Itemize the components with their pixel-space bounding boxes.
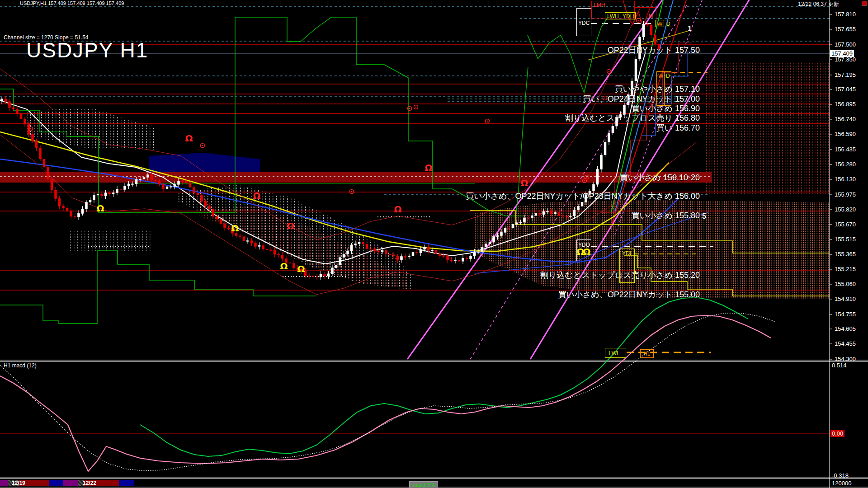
- pivot-box: LWHYDH: [605, 12, 636, 19]
- trendline-label: 1: [688, 25, 692, 33]
- ring-marker-dot-icon: [609, 71, 610, 72]
- omega-buy-marker-icon: Ω: [231, 223, 239, 234]
- omega-sell-marker-icon: Ω: [520, 178, 528, 188]
- title-bar: USDJPY,H1 157.409 157.409 157.409 157.40…: [0, 0, 868, 6]
- price-axis-label: 154.910: [835, 296, 856, 302]
- pivot-box-divider: [664, 72, 665, 105]
- price-axis-label: 157.810: [835, 11, 856, 18]
- price-axis-label: 154.455: [835, 340, 856, 347]
- price-annotation: 買い小さめ、OP22日NYカット/OP23日NYカット大きめ 156.00: [466, 191, 700, 202]
- pivot-box-label: YDO: [578, 242, 590, 248]
- pivot-box-label: YDH: [623, 14, 634, 19]
- price-axis-label: 157.655: [835, 26, 856, 33]
- indicator-label: H1 macd (12): [4, 362, 37, 369]
- ring-marker-dot-icon: [202, 145, 203, 146]
- pivot-box-divider: [664, 20, 664, 27]
- pivot-box-divider: [621, 13, 621, 19]
- ichimoku-cloud: [704, 63, 830, 194]
- pivot-box-label: D: [666, 21, 670, 27]
- omega-buy-marker-icon: Ω: [297, 263, 305, 274]
- pivot-box: LWL: [605, 348, 626, 358]
- price-axis-label: 156.740: [835, 116, 856, 122]
- pivot-box: M: [635, 7, 656, 26]
- omega-sell-marker-icon: Ω: [185, 133, 193, 144]
- price-axis-label: 156.435: [835, 146, 856, 153]
- price-annotation: 割り込むとストップロス売り 156.80: [565, 113, 700, 123]
- price-annotation: 買い小さめ、OP22日NYカット 155.00: [558, 289, 700, 300]
- pivot-box: WD: [655, 20, 672, 27]
- current-price-badge: 157.409: [830, 50, 854, 57]
- price-axis-label: 156.590: [835, 131, 856, 137]
- ring-marker-dot-icon: [584, 180, 585, 182]
- price-axis-label: 155.670: [835, 221, 856, 228]
- omega-sell-marker-icon: Ω: [425, 162, 432, 173]
- price-axis-label: 155.975: [835, 191, 856, 198]
- omega-buy-marker-icon: Ω: [280, 261, 288, 272]
- price-annotation: OP22日NYカット 157.50: [608, 45, 700, 56]
- price-axis-label: 155.215: [835, 266, 856, 272]
- volume-axis-label: 120000: [832, 480, 851, 487]
- pivot-box: WD: [656, 71, 671, 106]
- update-timestamp: 12/22 06:37 更新: [798, 0, 839, 8]
- pivot-box-label: W: [657, 21, 662, 27]
- price-annotation: 買い小さめ 156.10-20: [620, 172, 700, 183]
- omega-buy-marker-icon: Ω: [96, 203, 104, 214]
- macd-line-line: [140, 297, 748, 456]
- ring-marker-dot-icon: [415, 107, 417, 108]
- green-zigzag-line: [528, 17, 608, 93]
- macd-signal-pink-line: [0, 315, 771, 471]
- macd-axis-bottom: -0.318: [832, 472, 849, 479]
- date-bar-segment: [119, 480, 134, 486]
- pivot-box: YDO: [576, 239, 591, 261]
- price-axis-label: 154.605: [835, 325, 856, 332]
- ichimoku-cloud: [68, 230, 151, 252]
- ring-marker-dot-icon: [409, 108, 410, 109]
- symbol-quote: USDJPY,H1 157.409 157.409 157.409 157.40…: [20, 0, 124, 6]
- omega-sell-marker-icon: Ω: [253, 190, 260, 201]
- price-axis-label: 156.130: [835, 176, 856, 183]
- chart-canvas: ΩΩΩΩΩΩΩΩΩΩΩΩ: [0, 0, 868, 488]
- date-bar-segment: [63, 480, 78, 486]
- ring-marker-dot-icon: [487, 121, 488, 122]
- price-annotation: 買い 156.70: [656, 122, 700, 133]
- macd-zero-badge: 0.00: [830, 430, 844, 437]
- date-label[interactable]: 12/22: [83, 480, 96, 486]
- price-axis-label: 157.195: [835, 71, 856, 78]
- price-annotation: 買い小さめ 155.80: [632, 210, 700, 221]
- pivot-box-label: M: [649, 13, 653, 19]
- pivot-box-label: H1: [643, 351, 650, 357]
- omega-sell-marker-icon: Ω: [287, 221, 294, 231]
- price-axis-label: 156.280: [835, 161, 856, 168]
- pivot-box-label: LWH: [607, 14, 619, 19]
- price-axis-label: 155.365: [835, 251, 856, 258]
- price-axis-label: 155.515: [835, 236, 856, 243]
- omega-sell-marker-icon: Ω: [394, 204, 401, 215]
- date-bar-segment: [0, 480, 8, 486]
- pivot-box-label: YDL: [622, 251, 632, 256]
- price-axis-label: 156.895: [835, 101, 856, 108]
- date-label[interactable]: 12/19: [12, 480, 25, 486]
- price-axis-label: 157.350: [835, 56, 856, 63]
- pivot-box: YDC: [576, 8, 591, 36]
- pivot-box-label: YDC: [578, 20, 590, 26]
- price-axis-label: 155.820: [835, 206, 856, 213]
- green-lower-line: [0, 251, 316, 324]
- trendline-label: 5: [702, 212, 706, 221]
- pivot-box-label: D: [666, 73, 670, 79]
- pivot-box-label: W: [658, 73, 663, 79]
- price-axis-label: 154.300: [835, 356, 856, 362]
- macd-axis-top: 0.514: [832, 362, 847, 369]
- price-axis-label: 157.045: [835, 86, 856, 93]
- trading-chart-window: ΩΩΩΩΩΩΩΩΩΩΩΩ USDJPY,H1 157.409 157.409 1…: [0, 0, 868, 488]
- ring-marker-dot-icon: [586, 177, 588, 178]
- macd-dotted-white-line: [0, 313, 775, 471]
- macd-toggle-button[interactable]: macd ON: [409, 481, 438, 488]
- pivot-box: H1: [640, 349, 654, 358]
- price-axis-label: 154.755: [835, 311, 856, 318]
- ring-marker-dot-icon: [351, 191, 353, 192]
- ring-marker-dot-icon: [30, 128, 32, 130]
- close-icon[interactable]: [862, 1, 867, 6]
- pivot-box-label: LWL: [609, 351, 620, 356]
- watermark-title: USDJPY H1: [26, 38, 148, 62]
- price-axis-label: 155.060: [835, 281, 856, 287]
